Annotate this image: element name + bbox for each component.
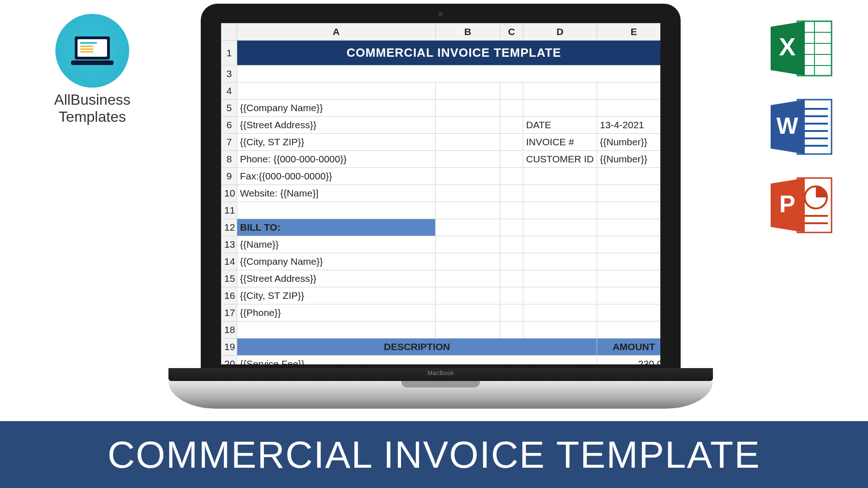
- billto-street: {{Street Address}}: [237, 270, 436, 287]
- table-row[interactable]: 11: [221, 202, 661, 219]
- laptop-label: MacBook: [168, 368, 713, 381]
- bill-to-header: BILL TO:: [237, 219, 436, 236]
- item-desc: {{Service Fee}}: [237, 356, 597, 365]
- col-D[interactable]: D: [523, 24, 597, 41]
- customer-value: {{Number}}: [597, 151, 661, 168]
- camera-dot: [438, 12, 443, 17]
- table-row[interactable]: 15{{Street Address}}: [221, 270, 661, 287]
- amount-header: AMOUNT: [597, 339, 661, 356]
- billto-name: {{Name}}: [237, 236, 436, 253]
- table-row[interactable]: 16{{City, ST ZIP}}: [221, 287, 661, 304]
- table-row[interactable]: 3: [221, 65, 661, 83]
- brand-name-1: AllBusiness: [42, 91, 143, 108]
- table-row[interactable]: 6{{Street Address}}DATE13-4-2021: [221, 117, 661, 134]
- col-B[interactable]: B: [436, 24, 500, 41]
- col-E[interactable]: E: [597, 24, 661, 41]
- item-row[interactable]: 20{{Service Fee}}230,00: [221, 356, 661, 365]
- city-cell: {{City, ST ZIP}}: [237, 134, 436, 151]
- spreadsheet[interactable]: A B C D E 1 COMMERCIAL INVOICE TEMPLATE …: [221, 23, 660, 364]
- invoice-label: INVOICE #: [523, 134, 597, 151]
- sheet-title[interactable]: COMMERCIAL INVOICE TEMPLATE: [237, 41, 661, 65]
- svg-rect-3: [80, 46, 93, 47]
- spreadsheet-screen: A B C D E 1 COMMERCIAL INVOICE TEMPLATE …: [221, 23, 660, 364]
- description-header: DESCRIPTION: [237, 339, 597, 356]
- customer-label: CUSTOMER ID: [523, 151, 597, 168]
- title-row[interactable]: 1 COMMERCIAL INVOICE TEMPLATE: [221, 41, 661, 65]
- column-header-row[interactable]: A B C D E: [221, 24, 661, 41]
- table-row[interactable]: 8Phone: {{000-000-0000}}CUSTOMER ID{{Num…: [221, 151, 661, 168]
- col-C[interactable]: C: [500, 24, 523, 41]
- table-row[interactable]: 12BILL TO:: [221, 219, 661, 236]
- fax-cell: Fax:{{000-000-0000}}: [237, 168, 436, 185]
- powerpoint-icon: P: [769, 175, 833, 235]
- laptop-mockup: A B C D E 1 COMMERCIAL INVOICE TEMPLATE …: [168, 4, 713, 419]
- website-cell: Website: {{Name}]: [237, 185, 436, 202]
- office-icon-stack: X W P: [769, 18, 833, 235]
- svg-rect-1: [78, 39, 107, 57]
- invoice-value: {{Number}}: [597, 134, 661, 151]
- item-amount: 230,00: [597, 356, 661, 365]
- company-name-cell: {{Company Name}}: [237, 100, 436, 117]
- billto-city: {{City, ST ZIP}}: [237, 287, 436, 304]
- svg-rect-2: [80, 42, 97, 44]
- svg-rect-6: [71, 60, 114, 65]
- date-value: 13-4-2021: [597, 117, 661, 134]
- svg-text:W: W: [776, 113, 798, 139]
- table-row[interactable]: 14{{Company Name}}: [221, 253, 661, 270]
- table-row[interactable]: 4: [221, 83, 661, 100]
- svg-rect-4: [80, 48, 93, 50]
- table-row[interactable]: 18: [221, 321, 661, 339]
- brand-name-2: Templates: [42, 108, 143, 125]
- table-row[interactable]: 5{{Company Name}}: [221, 100, 661, 117]
- svg-text:X: X: [779, 33, 796, 60]
- laptop-base: [168, 381, 713, 409]
- phone-cell: Phone: {{000-000-0000}}: [237, 151, 436, 168]
- word-icon: W: [769, 97, 833, 157]
- svg-text:P: P: [779, 190, 796, 217]
- brand-logo: AllBusiness Templates: [42, 14, 143, 125]
- table-row[interactable]: 13{{Name}}: [221, 236, 661, 253]
- billto-company: {{Company Name}}: [237, 253, 436, 270]
- laptop-icon: [69, 35, 115, 67]
- excel-icon: X: [769, 18, 833, 78]
- street-cell: {{Street Address}}: [237, 117, 436, 134]
- billto-phone: {{Phone}}: [237, 304, 436, 321]
- brand-badge: [55, 14, 129, 88]
- svg-rect-5: [80, 51, 93, 53]
- table-row[interactable]: 7{{City, ST ZIP}}INVOICE #{{Number}}: [221, 134, 661, 151]
- date-label: DATE: [523, 117, 597, 134]
- table-row[interactable]: 9Fax:{{000-000-0000}}: [221, 168, 661, 185]
- page-banner: COMMERCIAL INVOICE TEMPLATE: [0, 421, 868, 488]
- items-header-row[interactable]: 19DESCRIPTIONAMOUNT: [221, 339, 661, 356]
- table-row[interactable]: 10Website: {{Name}]: [221, 185, 661, 202]
- table-row[interactable]: 17{{Phone}}: [221, 304, 661, 321]
- col-A[interactable]: A: [237, 24, 436, 41]
